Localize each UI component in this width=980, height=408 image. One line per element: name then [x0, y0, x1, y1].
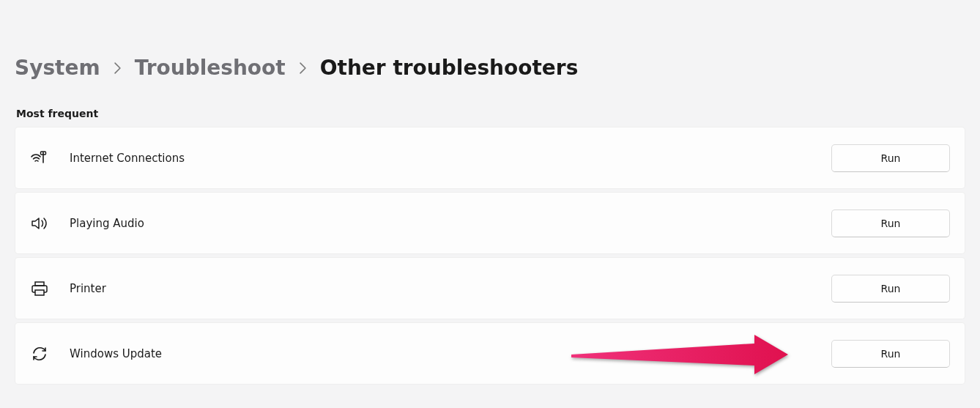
- run-button-printer[interactable]: Run: [831, 275, 950, 303]
- svg-rect-3: [35, 290, 44, 295]
- run-button-windows-update[interactable]: Run: [831, 340, 950, 368]
- breadcrumb: System Troubleshoot Other troubleshooter…: [15, 56, 965, 80]
- printer-icon: [30, 281, 49, 297]
- run-button-internet-connections[interactable]: Run: [831, 144, 950, 172]
- breadcrumb-troubleshoot[interactable]: Troubleshoot: [135, 56, 286, 80]
- speaker-icon: [30, 215, 49, 231]
- breadcrumb-current: Other troubleshooters: [320, 56, 579, 80]
- breadcrumb-system[interactable]: System: [15, 56, 100, 80]
- wifi-icon: [30, 150, 49, 166]
- troubleshooter-label: Printer: [70, 282, 811, 295]
- troubleshooter-label: Windows Update: [70, 347, 811, 360]
- run-button-playing-audio[interactable]: Run: [831, 209, 950, 237]
- troubleshooter-row-playing-audio: Playing Audio Run: [15, 192, 965, 254]
- troubleshooter-list: Internet Connections Run Playing Audio R…: [15, 127, 965, 385]
- chevron-right-icon: [114, 62, 122, 74]
- troubleshooter-label: Internet Connections: [70, 152, 811, 165]
- troubleshooter-row-windows-update: Windows Update Run: [15, 322, 965, 385]
- chevron-right-icon: [299, 62, 307, 74]
- troubleshooter-row-internet-connections: Internet Connections Run: [15, 127, 965, 189]
- section-title-most-frequent: Most frequent: [15, 108, 965, 119]
- sync-icon: [30, 346, 49, 362]
- troubleshooter-label: Playing Audio: [70, 217, 811, 230]
- troubleshooter-row-printer: Printer Run: [15, 257, 965, 319]
